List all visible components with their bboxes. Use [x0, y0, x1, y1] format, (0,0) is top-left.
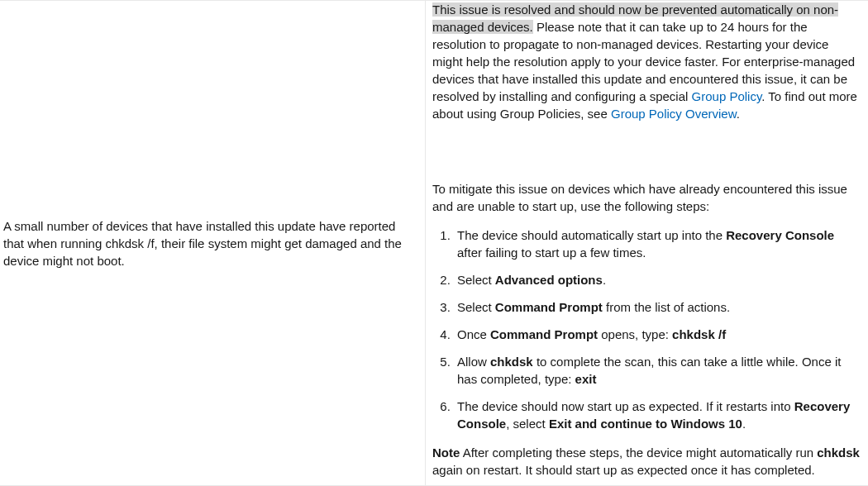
list-item: The device should automatically start up… [454, 226, 861, 261]
step-text: , select [506, 417, 549, 431]
step-strong: Recovery Console [726, 228, 834, 242]
step-strong: Command Prompt [490, 327, 598, 341]
note-text: again on restart. It should start up as … [432, 463, 815, 477]
issue-resolution-cell: This issue is resolved and should now be… [426, 1, 868, 485]
step-text: Select [457, 273, 495, 287]
mitigation-steps-list: The device should automatically start up… [432, 226, 861, 432]
step-text: from the list of actions. [603, 300, 730, 314]
resolution-paragraph: This issue is resolved and should now be… [432, 1, 861, 122]
issue-summary-text: A small number of devices that have inst… [3, 217, 418, 269]
list-item: Select Advanced options. [454, 271, 861, 288]
issue-table-row: A small number of devices that have inst… [0, 0, 868, 486]
step-strong: Command Prompt [495, 300, 603, 314]
resolution-text-c: . [737, 107, 740, 121]
step-text: opens, type: [598, 327, 672, 341]
mitigation-intro: To mitigate this issue on devices which … [432, 180, 861, 215]
step-strong: exit [575, 372, 597, 386]
spacer [432, 134, 861, 180]
note-text: After completing these steps, the device… [460, 446, 817, 460]
issue-summary-cell: A small number of devices that have inst… [0, 1, 426, 485]
step-strong: chkdsk [490, 355, 533, 369]
step-text: . [742, 417, 746, 431]
list-item: Allow chkdsk to complete the scan, this … [454, 353, 861, 388]
group-policy-overview-link[interactable]: Group Policy Overview [611, 107, 737, 121]
step-text: Once [457, 327, 490, 341]
step-strong: chkdsk /f [672, 327, 726, 341]
note-strong: chkdsk [817, 446, 860, 460]
step-text: Select [457, 300, 495, 314]
note-label: Note [432, 446, 460, 460]
note-paragraph: Note After completing these steps, the d… [432, 444, 861, 479]
step-text: Allow [457, 355, 490, 369]
step-strong: Exit and continue to Windows 10 [549, 417, 742, 431]
step-text: . [603, 273, 606, 287]
step-text: The device should now start up as expect… [457, 399, 794, 413]
list-item: Select Command Prompt from the list of a… [454, 298, 861, 316]
step-text: after failing to start up a few times. [457, 245, 646, 260]
group-policy-link[interactable]: Group Policy [692, 89, 762, 103]
step-text: The device should automatically start up… [457, 228, 726, 242]
step-strong: Advanced options [495, 273, 603, 287]
list-item: The device should now start up as expect… [454, 398, 861, 432]
list-item: Once Command Prompt opens, type: chkdsk … [454, 326, 861, 343]
